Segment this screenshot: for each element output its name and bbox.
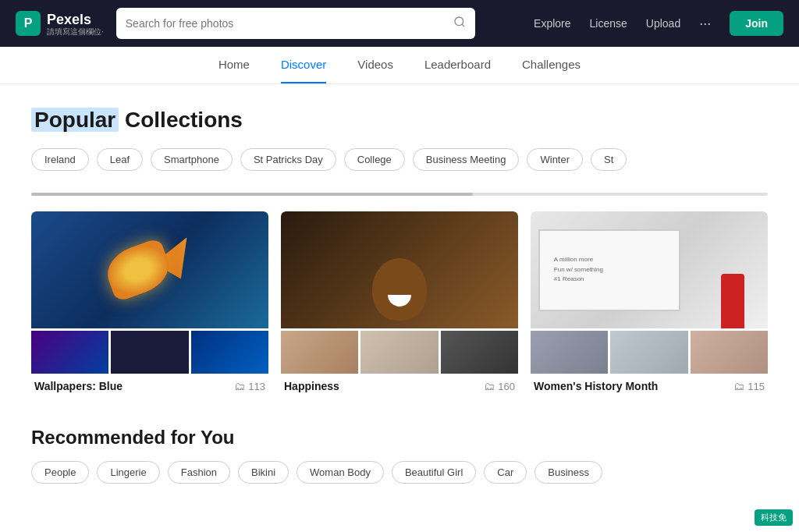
- collection-info-blue: Wallpapers: Blue 🗂 113: [31, 374, 268, 395]
- woman-smile: [388, 295, 411, 307]
- logo-area: P Pexels 請填寫這個欄位·: [16, 11, 104, 36]
- thumb-3: [191, 331, 268, 374]
- woman-face: [372, 258, 427, 321]
- collections-grid: Wallpapers: Blue 🗂 113 Happiness: [31, 211, 768, 395]
- thumb-5: [360, 331, 438, 374]
- thumb-7: [531, 331, 608, 374]
- collection-info-womens: Women's History Month 🗂 115: [531, 374, 768, 395]
- search-bar[interactable]: [116, 8, 475, 39]
- whiteboard: A million more Fun w/ something #1 Reaso…: [538, 229, 680, 311]
- collections-tags-wrapper: Ireland Leaf Smartphone St Patricks Day …: [31, 148, 768, 174]
- nav-explore[interactable]: Explore: [534, 17, 570, 30]
- thumb-2: [111, 331, 188, 374]
- stack-icon: 🗂: [234, 380, 245, 392]
- teacher-figure: [721, 274, 744, 328]
- join-button[interactable]: Join: [730, 11, 783, 36]
- collection-card-blue[interactable]: Wallpapers: Blue 🗂 113: [31, 211, 268, 395]
- collection-card-happiness[interactable]: Happiness 🗂 160: [281, 211, 518, 395]
- tag-bikini[interactable]: Bikini: [238, 461, 289, 484]
- subnav-leaderboard[interactable]: Leaderboard: [424, 58, 491, 83]
- nav-upload[interactable]: Upload: [646, 17, 680, 30]
- tag-college[interactable]: College: [344, 148, 405, 171]
- collections-scrollbar-thumb: [31, 193, 473, 196]
- stack-icon-3: 🗂: [733, 380, 744, 392]
- tag-car[interactable]: Car: [484, 461, 527, 484]
- header: P Pexels 請填寫這個欄位· Explore License Upload…: [0, 0, 799, 47]
- thumb-1: [31, 331, 108, 374]
- logo-text-group: Pexels 請填寫這個欄位·: [47, 12, 104, 36]
- thumb-6: [441, 331, 518, 374]
- subnav-discover[interactable]: Discover: [281, 58, 326, 83]
- tag-leaf[interactable]: Leaf: [97, 148, 143, 171]
- collection-thumbs-happiness: [281, 331, 518, 374]
- whiteboard-text: A million more Fun w/ something #1 Reaso…: [554, 255, 666, 285]
- collection-main-image-blue: [31, 211, 268, 328]
- logo-icon: P: [16, 11, 41, 36]
- more-options-icon[interactable]: ···: [699, 16, 711, 32]
- subnav-videos[interactable]: Videos: [357, 58, 393, 83]
- thumb-8: [610, 331, 687, 374]
- collection-thumbs-womens: [531, 331, 768, 374]
- svg-point-0: [455, 17, 463, 26]
- tag-st-patricks-day[interactable]: St Patricks Day: [240, 148, 336, 171]
- header-nav: Explore License Upload ··· Join: [534, 11, 783, 36]
- tag-ireland[interactable]: Ireland: [31, 148, 89, 171]
- recommended-tags-wrapper: People Lingerie Fashion Bikini Woman Bod…: [31, 461, 768, 487]
- tag-fashion[interactable]: Fashion: [168, 461, 230, 484]
- title-highlight: Popular: [31, 108, 119, 132]
- collection-count-blue: 🗂 113: [234, 380, 265, 392]
- tag-winter[interactable]: Winter: [527, 148, 583, 171]
- main-content: Popular Collections Ireland Leaf Smartph…: [0, 84, 799, 529]
- collection-name-womens: Women's History Month: [534, 380, 727, 392]
- logo-sub: 請填寫這個欄位·: [47, 28, 104, 36]
- recommended-title: Recommended for You: [31, 427, 768, 449]
- title-rest: Collections: [125, 108, 243, 132]
- subnav-challenges[interactable]: Challenges: [522, 58, 581, 83]
- stack-icon-2: 🗂: [484, 380, 495, 392]
- tag-beautiful-girl[interactable]: Beautiful Girl: [392, 461, 476, 484]
- collection-info-happiness: Happiness 🗂 160: [281, 374, 518, 395]
- collection-name-blue: Wallpapers: Blue: [34, 380, 228, 392]
- collection-thumbs-blue: [31, 331, 268, 374]
- collections-scrollbar[interactable]: [31, 193, 768, 196]
- sub-nav: Home Discover Videos Leaderboard Challen…: [0, 47, 799, 84]
- search-icon: [453, 16, 466, 31]
- popular-collections-title: Popular Collections: [31, 108, 768, 133]
- collection-count-happiness: 🗂 160: [484, 380, 515, 392]
- tag-business[interactable]: Business: [534, 461, 602, 484]
- collection-card-womens-history[interactable]: A million more Fun w/ something #1 Reaso…: [531, 211, 768, 395]
- tag-people[interactable]: People: [31, 461, 89, 484]
- logo-name: Pexels: [47, 12, 91, 27]
- tag-lingerie[interactable]: Lingerie: [97, 461, 159, 484]
- watermark-badge: 科技免: [755, 509, 793, 526]
- thumb-9: [691, 331, 768, 374]
- collection-main-image-woman: [281, 211, 518, 328]
- collection-name-happiness: Happiness: [284, 380, 478, 392]
- tag-smartphone[interactable]: Smartphone: [151, 148, 233, 171]
- tag-business-meeting[interactable]: Business Meeting: [413, 148, 520, 171]
- nav-license[interactable]: License: [590, 17, 627, 30]
- collection-count-womens: 🗂 115: [733, 380, 765, 392]
- collections-tags-row: Ireland Leaf Smartphone St Patricks Day …: [31, 148, 768, 174]
- thumb-4: [281, 331, 358, 374]
- tag-st[interactable]: St: [591, 148, 627, 171]
- subnav-home[interactable]: Home: [218, 58, 250, 83]
- tag-woman-body[interactable]: Woman Body: [297, 461, 384, 484]
- recommended-tags-row: People Lingerie Fashion Bikini Woman Bod…: [31, 461, 768, 487]
- search-input[interactable]: [126, 17, 447, 30]
- collection-main-image-teaching: A million more Fun w/ something #1 Reaso…: [531, 211, 768, 328]
